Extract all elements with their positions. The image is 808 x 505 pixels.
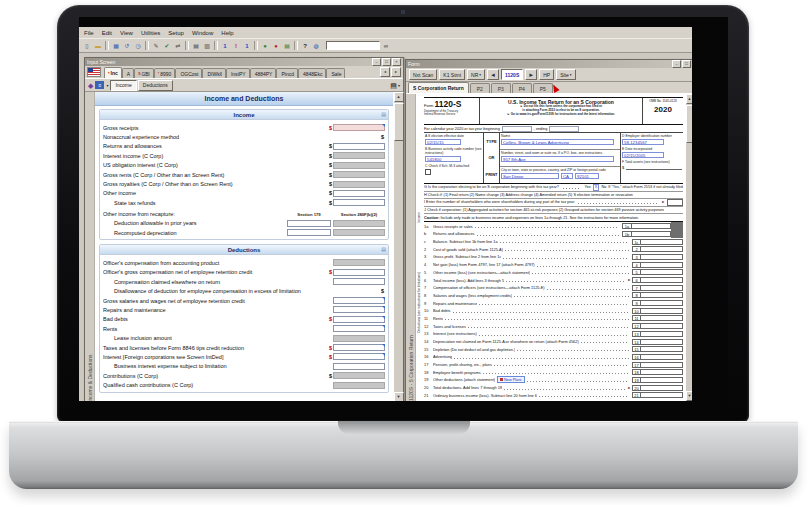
separator[interactable] — [105, 41, 109, 50]
chevron-down-icon[interactable]: ▾ — [398, 83, 400, 88]
form-window-titlebar[interactable]: Form – □ — [406, 60, 692, 68]
maximize-button[interactable]: □ — [382, 58, 391, 66]
amount-input[interactable] — [333, 353, 385, 360]
form-scrollbar[interactable]: ▲ ▼ — [685, 94, 692, 401]
page-tab[interactable]: P5 — [533, 83, 553, 93]
amount-input[interactable] — [333, 143, 385, 150]
hp-button[interactable]: HP — [539, 69, 554, 80]
binoculars-icon[interactable]: ∞ — [381, 41, 391, 51]
menu-item[interactable]: Help — [221, 30, 233, 36]
close-button[interactable]: × — [392, 58, 401, 66]
page-tab[interactable]: P3 — [491, 83, 511, 93]
screen-tab[interactable]: $GBl — [134, 68, 154, 78]
tab-scroll-left-button[interactable]: ◂ — [380, 67, 390, 77]
amount-input[interactable] — [333, 124, 385, 131]
separator[interactable] — [214, 41, 218, 50]
amount-cell[interactable] — [641, 292, 683, 298]
amount-input[interactable] — [333, 325, 385, 332]
amount-input[interactable] — [333, 190, 385, 197]
amount-cell[interactable] — [641, 346, 683, 352]
activity-code-field[interactable]: 541800 — [425, 156, 461, 162]
amount-input[interactable] — [333, 152, 385, 159]
input-window-titlebar[interactable]: Input Screen – □ × — [85, 58, 403, 66]
next-form-arrow[interactable]: ► — [525, 69, 537, 80]
screen-tab[interactable]: A — [122, 68, 134, 78]
pen-icon[interactable]: ✎ — [151, 41, 161, 51]
prev-form-arrow[interactable]: ◄ — [487, 69, 499, 80]
section-subtab[interactable]: Income — [110, 80, 136, 91]
amount-cell[interactable] — [641, 239, 683, 245]
maximize-button[interactable]: □ — [682, 60, 691, 68]
scroll-thumb[interactable] — [686, 105, 693, 143]
separator[interactable] — [254, 41, 258, 50]
screen-tab[interactable]: 4884PY — [250, 68, 277, 78]
scroll-down-button[interactable]: ▼ — [394, 392, 404, 401]
screen-link[interactable]: Screen IntDed — [187, 354, 222, 360]
amount-input[interactable] — [333, 259, 385, 266]
page-tab[interactable]: P2 — [470, 83, 490, 93]
page-tab[interactable]: P4 — [512, 83, 532, 93]
screen-tab[interactable]: Sale — [326, 68, 345, 78]
form-sidebar[interactable]: 1120S - S Corporation Return — [406, 94, 416, 401]
screen-link[interactable]: Screen Rent — [200, 181, 231, 187]
k1-statement-button[interactable]: K1 Stmt — [439, 69, 465, 80]
shareholder-count-field[interactable] — [667, 199, 683, 206]
menu-item[interactable]: File — [84, 30, 94, 36]
check-icon[interactable]: ✔ — [162, 41, 172, 51]
yes-checkbox[interactable]: X — [593, 184, 600, 191]
amount-input[interactable] — [333, 363, 385, 370]
amount-cell[interactable] — [641, 285, 683, 291]
amount-input[interactable] — [333, 382, 385, 389]
amount-cell[interactable] — [631, 223, 671, 229]
site-dropdown[interactable]: Site — [556, 69, 575, 80]
street-field[interactable]: 957 8th Ave — [501, 156, 614, 162]
total-assets-field[interactable] — [626, 164, 682, 170]
amount-input[interactable] — [333, 181, 385, 188]
amount-input[interactable] — [333, 278, 385, 285]
nr-dropdown[interactable]: NR — [467, 69, 485, 80]
save-icon[interactable]: ▦ — [111, 41, 121, 51]
screen-tab[interactable]: DIWkll — [202, 68, 225, 78]
amount-input[interactable] — [333, 306, 385, 313]
tax-year-end-field[interactable] — [549, 126, 579, 132]
menu-item[interactable]: Setup — [168, 30, 184, 36]
notes-icon[interactable]: ▤ — [282, 41, 292, 51]
tab-scroll-right-button[interactable]: ▸ — [391, 67, 401, 77]
section-179-input[interactable] — [287, 220, 331, 227]
menu-item[interactable]: Window — [192, 30, 213, 36]
amount-input[interactable] — [333, 171, 385, 178]
scroll-up-button[interactable]: ▲ — [686, 94, 693, 104]
bookmark-icon[interactable]: ◆ — [88, 81, 93, 90]
scroll-down-button[interactable]: ▼ — [686, 391, 693, 401]
undo-icon[interactable]: ↺ — [122, 41, 132, 51]
open-folder-icon[interactable]: ▬ — [93, 41, 103, 51]
amount-cell[interactable] — [641, 254, 683, 260]
amount-cell[interactable] — [641, 315, 683, 321]
amount-cell[interactable] — [641, 362, 683, 368]
amount-cell[interactable] — [641, 246, 683, 252]
amount-cell[interactable] — [641, 262, 683, 268]
chevron-down-icon[interactable]: ▾ — [106, 83, 108, 88]
amount-input[interactable] — [333, 297, 385, 304]
form-tab-s-corporation-return[interactable]: S Corporation Return — [408, 82, 469, 93]
date-incorporated-field[interactable]: 02/15/2005 — [622, 152, 664, 158]
amount-cell[interactable] — [641, 339, 683, 345]
menu-item[interactable]: View — [120, 30, 133, 36]
separator[interactable] — [185, 41, 189, 50]
amount-input[interactable] — [333, 316, 385, 323]
amount-input[interactable] — [333, 162, 385, 169]
amount-cell[interactable] — [641, 354, 683, 360]
name-field[interactable]: Collins, Brown & Lewis Advertising — [501, 139, 614, 145]
amount-cell[interactable] — [641, 269, 683, 275]
separator[interactable] — [145, 41, 149, 50]
menu-item[interactable]: Utilities — [141, 30, 160, 36]
separator[interactable] — [294, 41, 298, 50]
clock-icon[interactable]: ◷ — [133, 41, 143, 51]
amount-cell[interactable] — [641, 377, 683, 383]
alert-icon[interactable]: ! — [231, 41, 241, 51]
minimize-button[interactable]: – — [672, 60, 681, 68]
section-subtab[interactable]: Deductions — [138, 80, 173, 91]
section-280f-input[interactable] — [333, 229, 385, 236]
statement-note[interactable]: New Plant. — [497, 376, 525, 383]
scroll-thumb[interactable] — [394, 103, 404, 141]
